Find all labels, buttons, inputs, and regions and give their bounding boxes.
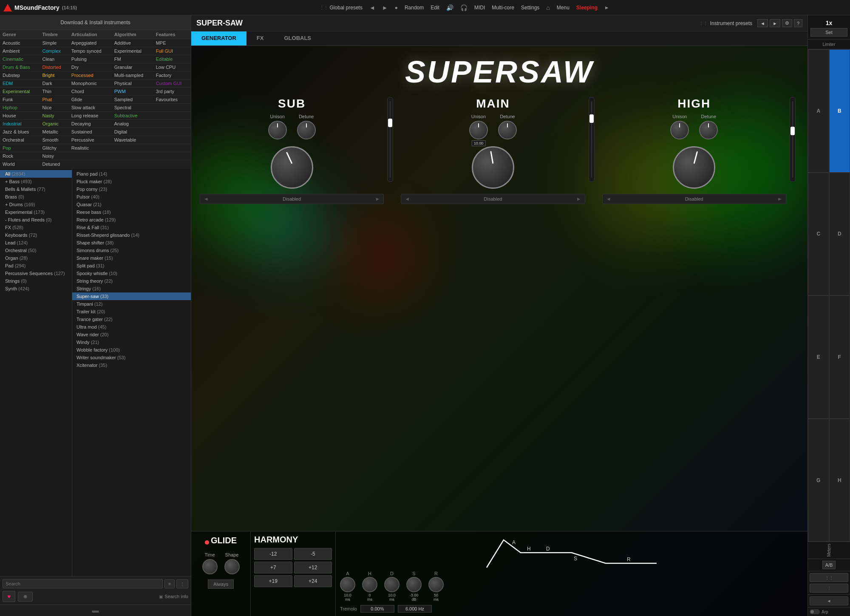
search-info-toggle[interactable]: ▣ Search info [159, 594, 188, 599]
category-item-experimental[interactable]: Experimental (173) [0, 208, 72, 216]
preset-item[interactable]: Retro arcade (129) [72, 216, 191, 224]
preset-item[interactable]: Pluck maker (28) [72, 178, 191, 185]
nav-dot-btn[interactable]: ● [395, 5, 398, 11]
category-item-organ[interactable]: Organ (28) [0, 254, 72, 262]
arp-toggle[interactable] [810, 609, 820, 614]
favorite-btn[interactable]: ♥ [3, 591, 15, 602]
search-input[interactable] [3, 579, 163, 588]
sub-fader[interactable] [387, 97, 393, 182]
main-detune-knob[interactable] [498, 121, 517, 139]
preset-item[interactable]: Rise & Fall (31) [72, 224, 191, 231]
sub-main-knob[interactable] [271, 146, 313, 189]
high-next-arrow[interactable]: ► [777, 196, 782, 202]
main-unison-knob[interactable]: 10.00 [469, 121, 488, 139]
nav-next-btn[interactable]: ► [382, 4, 388, 11]
high-detune-knob[interactable] [699, 121, 718, 139]
key-e[interactable]: E [808, 295, 829, 419]
harmony-btn-plus19[interactable]: +19 [254, 575, 292, 587]
category-item-pad[interactable]: Pad (294) [0, 262, 72, 270]
sub-next-arrow[interactable]: ► [375, 196, 380, 202]
tab-fx[interactable]: FX [246, 31, 274, 45]
harmony-btn-neg5[interactable]: -5 [294, 548, 332, 560]
settings-btn[interactable]: Settings [521, 5, 539, 11]
col-features[interactable]: Features [153, 30, 191, 39]
preset-item[interactable]: Pulsor (40) [72, 193, 191, 201]
key-c[interactable]: C [808, 173, 829, 296]
instrument-presets-btn[interactable]: ⋮⋮ Instrument presets [699, 20, 752, 26]
key-g[interactable]: G [808, 419, 829, 542]
main-next-arrow[interactable]: ► [576, 196, 581, 202]
col-articulation[interactable]: Articulation [69, 30, 112, 39]
preset-item[interactable]: Wobble factory (100) [72, 346, 191, 354]
col-timbre[interactable]: Timbre [40, 30, 69, 39]
preset-item[interactable]: Writer soundmaker (53) [72, 354, 191, 361]
nav-prev-btn[interactable]: ◄ [369, 4, 375, 11]
tremolo-value-input[interactable] [360, 605, 394, 613]
glide-led[interactable] [205, 540, 209, 545]
preset-item[interactable]: Split pad (31) [72, 262, 191, 270]
high-fader[interactable] [790, 97, 796, 182]
key-h[interactable]: H [829, 419, 850, 542]
harmony-btn-neg12[interactable]: -12 [254, 548, 292, 560]
preset-item-super-saw[interactable]: Super-saw (33) [72, 292, 191, 300]
global-presets-btn[interactable]: ⋮⋮ Global presets [320, 5, 363, 11]
multicore-btn[interactable]: Multi-core [492, 5, 514, 11]
tremolo-freq-input[interactable] [398, 605, 432, 613]
preset-item[interactable]: Pop corny (23) [72, 185, 191, 193]
collapse-icon[interactable]: ▬ [92, 607, 99, 614]
inst-settings-btn[interactable]: ⚙ [782, 19, 792, 27]
preset-item[interactable]: Snare maker (15) [72, 254, 191, 262]
main-fader[interactable] [589, 97, 595, 182]
category-item-brass[interactable]: Brass (0) [0, 193, 72, 201]
harmony-btn-plus7[interactable]: +7 [254, 562, 292, 573]
preset-item[interactable]: Shape shifter (38) [72, 239, 191, 247]
main-prev-arrow[interactable]: ◄ [405, 196, 410, 202]
inst-help-btn[interactable]: ? [794, 19, 802, 27]
inst-prev-btn[interactable]: ◄ [757, 19, 768, 27]
sub-prev-arrow[interactable]: ◄ [204, 196, 209, 202]
adsr-d-knob[interactable] [384, 577, 400, 592]
adsr-r-knob[interactable] [428, 577, 444, 592]
glide-time-knob[interactable] [202, 559, 218, 574]
category-item-fx[interactable]: FX (528) [0, 224, 72, 231]
preset-item[interactable]: Piano pad (14) [72, 170, 191, 178]
menu-btn[interactable]: Menu [557, 5, 570, 11]
harmony-btn-plus24[interactable]: +24 [294, 575, 332, 587]
category-item-synth[interactable]: Synth (424) [0, 285, 72, 292]
main-main-knob[interactable] [472, 146, 514, 189]
preset-item[interactable]: Trailer kit (20) [72, 308, 191, 315]
preset-item[interactable]: Spooky whistle (10) [72, 270, 191, 277]
key-b[interactable]: B [829, 49, 850, 173]
grid-btn-2[interactable]: ⋮ [810, 584, 848, 593]
list-view-btn[interactable]: ≡ [164, 579, 175, 588]
key-d[interactable]: D [829, 173, 850, 296]
high-main-knob[interactable] [673, 146, 715, 189]
midi-btn[interactable]: MIDI [474, 5, 485, 11]
key-a[interactable]: A [808, 49, 829, 173]
category-item-lead[interactable]: Lead (124) [0, 239, 72, 247]
col-algorithm[interactable]: Algorithm [112, 30, 153, 39]
preset-item[interactable]: Ultra mod (45) [72, 323, 191, 331]
glide-always-btn[interactable]: Always [208, 579, 234, 589]
preset-item[interactable]: Windy (21) [72, 338, 191, 346]
arrow-left-btn[interactable]: ◄ [810, 596, 848, 605]
category-item-all[interactable]: All (2834) [0, 170, 72, 178]
set-button[interactable]: Set [810, 28, 847, 37]
tab-globals[interactable]: GLOBALS [274, 31, 321, 45]
ab-button[interactable]: A/B [822, 561, 836, 569]
preset-item[interactable]: Wave rider (20) [72, 331, 191, 338]
category-item-bells[interactable]: Bells & Mallets (77) [0, 185, 72, 193]
category-item-keyboards[interactable]: Keyboards (72) [0, 231, 72, 239]
preset-item[interactable]: Xcitenator (35) [72, 361, 191, 369]
inst-next-btn[interactable]: ► [770, 19, 780, 27]
preset-item[interactable]: Reese bass (18) [72, 208, 191, 216]
preset-item[interactable]: Trance gater (22) [72, 315, 191, 323]
preset-item[interactable]: Quasar (21) [72, 201, 191, 208]
action-btn[interactable]: ⊕ [18, 592, 33, 602]
harmony-btn-plus12[interactable]: +12 [294, 562, 332, 573]
grid-view-btn[interactable]: ⋮ [176, 579, 188, 588]
category-item-strings[interactable]: Strings (0) [0, 277, 72, 285]
random-btn[interactable]: Random [405, 5, 424, 11]
high-prev-arrow[interactable]: ◄ [606, 196, 611, 202]
category-item-sequences[interactable]: Sequences (127) [29, 271, 65, 276]
